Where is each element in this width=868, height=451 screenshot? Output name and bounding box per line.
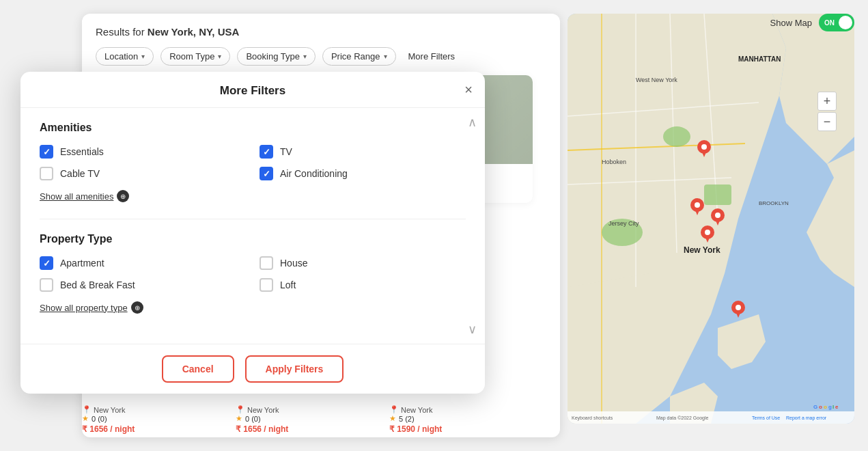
show-all-property-link[interactable]: Show all property type ⊕ (40, 301, 466, 314)
property-bnb-label: Bed & Break Fast (60, 279, 135, 290)
amenities-grid: Essentials TV Cable TV Air Conditioning (40, 145, 466, 180)
amenities-ac-checkbox[interactable] (260, 167, 273, 180)
amenities-ac-label: Air Conditioning (280, 168, 348, 179)
amenities-essentials-label: Essentials (60, 146, 104, 157)
property-type-grid: Apartment House Bed & Break Fast Loft (40, 256, 466, 292)
property-loft-checkbox[interactable] (260, 278, 273, 292)
modal-footer: Cancel Apply Filters (20, 344, 485, 394)
show-all-property-text: Show all property type (40, 303, 128, 313)
more-filters-modal: More Filters × ∧ Amenities Essentials TV (20, 72, 485, 394)
apply-filters-button[interactable]: Apply Filters (245, 355, 344, 383)
show-all-property-icon: ⊕ (131, 301, 143, 314)
property-bnb-item[interactable]: Bed & Break Fast (40, 278, 246, 292)
property-house-label: House (280, 258, 307, 269)
property-loft-item[interactable]: Loft (260, 278, 466, 292)
property-type-section-title: Property Type (40, 233, 466, 245)
property-bnb-checkbox[interactable] (40, 278, 53, 292)
amenities-essentials-item[interactable]: Essentials (40, 145, 246, 159)
amenities-cable-tv-label: Cable TV (60, 168, 100, 179)
amenities-section-title: Amenities (40, 122, 466, 134)
amenities-ac-item[interactable]: Air Conditioning (260, 167, 466, 180)
amenities-tv-checkbox[interactable] (260, 145, 273, 159)
show-all-amenities-link[interactable]: Show all amenities ⊕ (40, 190, 466, 202)
amenities-cable-tv-checkbox[interactable] (40, 167, 53, 180)
property-house-item[interactable]: House (260, 256, 466, 270)
modal-title: More Filters (220, 84, 285, 98)
cancel-button[interactable]: Cancel (162, 355, 234, 383)
property-apartment-label: Apartment (60, 258, 104, 269)
modal-body[interactable]: ∧ Amenities Essentials TV Cable TV (20, 108, 485, 344)
modal-overlay: More Filters × ∧ Amenities Essentials TV (0, 0, 868, 451)
amenities-tv-label: TV (280, 146, 292, 157)
scroll-down-indicator[interactable]: ∨ (468, 322, 477, 337)
amenities-cable-tv-item[interactable]: Cable TV (40, 167, 246, 180)
property-apartment-checkbox[interactable] (40, 256, 53, 270)
scroll-up-indicator[interactable]: ∧ (468, 115, 477, 130)
property-house-checkbox[interactable] (260, 256, 273, 270)
property-apartment-item[interactable]: Apartment (40, 256, 246, 270)
amenities-tv-item[interactable]: TV (260, 145, 466, 159)
modal-close-button[interactable]: × (464, 83, 473, 96)
show-all-amenities-text: Show all amenities (40, 191, 113, 202)
amenities-essentials-checkbox[interactable] (40, 145, 53, 159)
section-divider (40, 219, 466, 219)
show-all-amenities-icon: ⊕ (117, 190, 129, 202)
property-loft-label: Loft (280, 279, 296, 290)
modal-header: More Filters × (20, 72, 485, 108)
